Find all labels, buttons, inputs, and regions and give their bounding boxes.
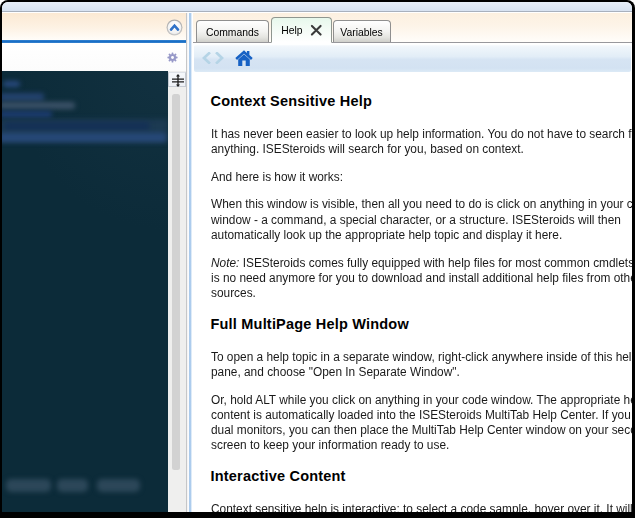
chevron-left-icon xyxy=(202,52,211,64)
help-text-line: Or, hold ALT while you click on anything… xyxy=(211,393,633,408)
help-paragraph: Or, hold ALT while you click on anything… xyxy=(211,393,633,454)
help-section-heading: Interactive Content xyxy=(211,467,633,486)
help-text-line: Note: ISESteroids comes fully equipped w… xyxy=(211,256,633,271)
help-paragraph: It has never been easier to look up help… xyxy=(211,127,633,157)
help-paragraph: To open a help topic in a separate windo… xyxy=(211,350,633,380)
console-redacted-line xyxy=(2,133,166,142)
tab-variables[interactable]: Variables xyxy=(333,20,391,42)
console-redacted-line xyxy=(2,102,75,109)
console-redacted-line xyxy=(97,479,140,492)
title-strip xyxy=(2,2,632,12)
console-pane xyxy=(2,13,186,512)
gear-icon[interactable] xyxy=(167,52,178,63)
help-text-line: anything. ISESteroids will search for yo… xyxy=(211,142,633,157)
help-text-line: pane, and choose "Open In Separate Windo… xyxy=(211,365,633,380)
help-text-line: window - a command, a special character,… xyxy=(211,213,633,228)
help-text-line: Context sensitive help is interactive: t… xyxy=(211,502,633,512)
help-pane: CommandsHelpVariables xyxy=(193,13,633,512)
splitter-handle[interactable] xyxy=(168,72,187,87)
home-button[interactable] xyxy=(234,44,254,72)
help-text-line: is no need anymore for you to download a… xyxy=(211,271,633,286)
help-nav-toolbar xyxy=(194,44,632,72)
tab-label: Variables xyxy=(341,26,383,38)
help-text-line: And here is how it works: xyxy=(211,170,633,185)
help-text-line: content is automatically loaded into the… xyxy=(211,408,633,423)
help-section-heading: Full MultiPage Help Window xyxy=(211,315,633,334)
tab-label: Help xyxy=(281,24,302,36)
help-paragraph: And here is how it works: xyxy=(211,170,633,185)
split-arrows-icon xyxy=(169,73,187,88)
forward-button[interactable] xyxy=(214,44,226,72)
help-paragraph: Context sensitive help is interactive: t… xyxy=(211,502,633,512)
help-text-line: When this window is visible, then all yo… xyxy=(211,197,633,212)
console-redacted-line xyxy=(3,81,20,87)
tab-label: Commands xyxy=(206,26,259,38)
help-text-line: screen to keep your information ready to… xyxy=(211,438,633,453)
help-text-line: It has never been easier to look up help… xyxy=(211,127,633,142)
collapse-pane-button[interactable] xyxy=(166,19,183,36)
scrollbar-track[interactable] xyxy=(168,87,187,512)
console-redacted-line xyxy=(6,479,51,492)
help-text-line: automatically look up the appropriate he… xyxy=(211,228,633,243)
help-text-line: sources. xyxy=(211,286,633,301)
chevron-up-icon xyxy=(166,19,183,36)
console-scrollbar[interactable] xyxy=(168,71,187,512)
console-output[interactable] xyxy=(2,71,186,512)
main-area: CommandsHelpVariables xyxy=(2,13,632,512)
home-icon xyxy=(235,50,253,66)
back-button[interactable] xyxy=(201,44,213,72)
help-content: Context Sensitive HelpIt has never been … xyxy=(193,72,633,512)
close-tab-icon[interactable] xyxy=(310,24,323,37)
console-input-strip xyxy=(2,43,186,71)
console-pane-toolbar xyxy=(2,13,186,40)
console-redacted-line xyxy=(4,122,150,130)
window-inner: CommandsHelpVariables xyxy=(2,2,632,512)
tab-commands[interactable]: Commands xyxy=(196,20,269,42)
help-section-heading: Context Sensitive Help xyxy=(211,92,633,111)
application-window: CommandsHelpVariables xyxy=(0,0,635,518)
help-text-line: dual monitors, you can then place the Mu… xyxy=(211,423,633,438)
scrollbar-thumb[interactable] xyxy=(172,94,181,470)
console-redacted-line xyxy=(57,479,88,492)
console-redacted-line xyxy=(2,111,52,118)
console-redacted-line xyxy=(2,93,44,101)
tab-strip: CommandsHelpVariables xyxy=(193,13,633,43)
tab-help[interactable]: Help xyxy=(271,17,332,43)
help-paragraph: Note: ISESteroids comes fully equipped w… xyxy=(211,256,633,302)
help-text-line: To open a help topic in a separate windo… xyxy=(211,350,633,365)
chevron-right-icon xyxy=(215,52,224,64)
help-paragraph: When this window is visible, then all yo… xyxy=(211,197,633,243)
